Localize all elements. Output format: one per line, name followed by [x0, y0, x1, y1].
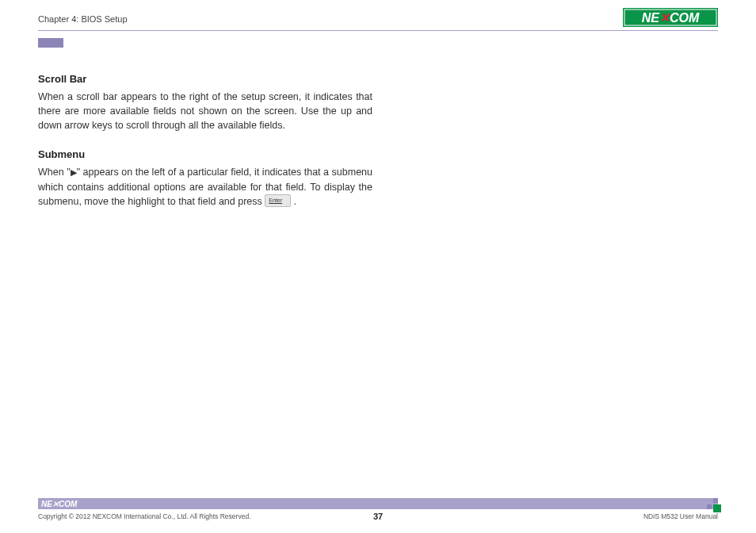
nexcom-logo-large: NE✕COM	[623, 8, 718, 30]
footer-row: Copyright © 2012 NEXCOM International Co…	[38, 512, 718, 520]
submenu-text: When "▶" appears on the left of a partic…	[38, 165, 372, 208]
svg-text:NE✕COM: NE✕COM	[642, 11, 700, 25]
chapter-title: Chapter 4: BIOS Setup	[38, 14, 718, 24]
footer-band: NE✕COM	[38, 498, 718, 509]
svg-rect-6	[713, 504, 721, 512]
footer-corner-decoration	[707, 498, 721, 516]
page-content: Scroll Bar When a scroll bar appears to …	[0, 33, 410, 209]
enter-key-icon: Enter	[265, 194, 291, 207]
submenu-text-mid: " appears on the left of a particular fi…	[38, 167, 372, 206]
submenu-text-after: .	[291, 196, 296, 207]
page-header: Chapter 4: BIOS Setup NE✕COM	[0, 0, 756, 33]
svg-text:NE✕COM: NE✕COM	[41, 500, 78, 508]
submenu-text-before: When "	[38, 167, 71, 178]
submenu-heading: Submenu	[38, 148, 372, 160]
header-tab-decoration	[38, 38, 63, 48]
right-arrow-icon: ▶	[71, 167, 77, 179]
page-footer: NE✕COM Copyright © 2012 NEXCOM Internati…	[38, 498, 718, 520]
header-divider	[38, 30, 718, 31]
scroll-bar-heading: Scroll Bar	[38, 73, 372, 85]
scroll-bar-text: When a scroll bar appears to the right o…	[38, 90, 372, 132]
svg-rect-5	[707, 504, 712, 509]
svg-rect-4	[713, 498, 718, 503]
page-number: 37	[373, 512, 383, 521]
nexcom-logo-small: NE✕COM	[41, 499, 84, 508]
copyright-text: Copyright © 2012 NEXCOM International Co…	[38, 512, 250, 520]
